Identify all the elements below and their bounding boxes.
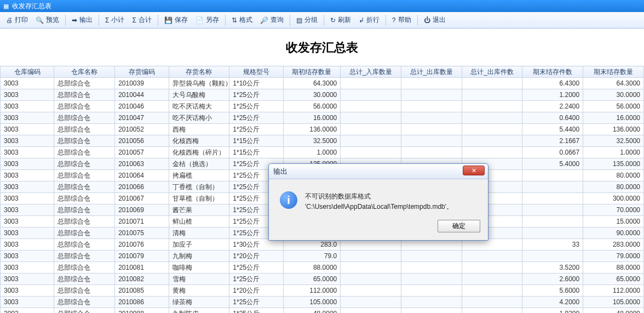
cell[interactable]: 总部综合仓	[54, 135, 115, 147]
cell[interactable]: 雪梅	[169, 274, 229, 285]
cell[interactable]: 1*25公斤	[229, 297, 283, 308]
toolbar-输出[interactable]: ➡输出	[68, 14, 96, 27]
toolbar-分组[interactable]: ▤分组	[292, 14, 321, 27]
table-row[interactable]: 3003总部综合仓2010081咖啡梅1*25公斤88.00003.520088…	[1, 262, 644, 274]
cell[interactable]: 5.6000	[522, 285, 583, 297]
toolbar-打印[interactable]: 🖨打印	[2, 14, 32, 27]
cell[interactable]: 总部综合仓	[54, 274, 115, 285]
cell[interactable]	[522, 170, 583, 181]
cell[interactable]: 15.0000	[583, 216, 644, 227]
cell[interactable]: 1*20公斤	[229, 285, 283, 297]
cell[interactable]: 64.3000	[283, 78, 341, 89]
cell[interactable]	[401, 124, 462, 135]
cell[interactable]	[341, 89, 401, 101]
cell[interactable]: 3003	[1, 251, 54, 262]
table-row[interactable]: 3003总部综合仓2010056化核西梅1*15公斤32.50002.16673…	[1, 135, 644, 147]
cell[interactable]: 总部综合仓	[54, 308, 115, 314]
toolbar-格式[interactable]: ⇅格式	[228, 14, 256, 27]
cell[interactable]	[401, 112, 462, 124]
cell[interactable]: 九制梅	[169, 251, 229, 262]
cell[interactable]: 2010052	[115, 124, 169, 135]
cell[interactable]	[462, 285, 522, 297]
cell[interactable]: 65.0000	[283, 274, 341, 285]
cell[interactable]: 3003	[1, 112, 54, 124]
cell[interactable]: 3003	[1, 89, 54, 101]
cell[interactable]: 32.5000	[583, 135, 644, 147]
cell[interactable]	[401, 78, 462, 89]
cell[interactable]: 48.0000	[583, 308, 644, 314]
cell[interactable]: 总部综合仓	[54, 78, 115, 89]
cell[interactable]: 3003	[1, 297, 54, 308]
cell[interactable]: 总部综合仓	[54, 297, 115, 308]
close-button[interactable]: ✕	[463, 166, 485, 175]
cell[interactable]	[341, 274, 401, 285]
cell[interactable]: 3003	[1, 181, 54, 193]
cell[interactable]: 2010081	[115, 262, 169, 274]
toolbar-退出[interactable]: ⏻退出	[420, 14, 450, 27]
cell[interactable]: 30.0000	[283, 89, 341, 101]
toolbar-小计[interactable]: Σ小计	[101, 14, 128, 27]
cell[interactable]: 1*15公斤	[229, 147, 283, 158]
cell[interactable]: 3003	[1, 135, 54, 147]
cell[interactable]	[341, 101, 401, 112]
cell[interactable]: 2010039	[115, 78, 169, 89]
cell[interactable]: 金桔（挑选）	[169, 158, 229, 170]
cell[interactable]: 56.0000	[283, 101, 341, 112]
cell[interactable]	[401, 297, 462, 308]
cell[interactable]: 2010046	[115, 101, 169, 112]
cell[interactable]	[462, 297, 522, 308]
cell[interactable]: 3003	[1, 216, 54, 227]
table-row[interactable]: 3003总部综合仓2010085黄梅1*20公斤112.00005.600011…	[1, 285, 644, 297]
cell[interactable]: 2010086	[115, 297, 169, 308]
cell[interactable]: 2010075	[115, 227, 169, 239]
cell[interactable]: 2010069	[115, 204, 169, 216]
cell[interactable]: 甘草榄（自制）	[169, 193, 229, 204]
cell[interactable]	[401, 262, 462, 274]
cell[interactable]: 3003	[1, 101, 54, 112]
cell[interactable]: 1*25公斤	[229, 101, 283, 112]
cell[interactable]: 2010063	[115, 158, 169, 170]
cell[interactable]	[341, 135, 401, 147]
cell[interactable]: 鲜山楂	[169, 216, 229, 227]
cell[interactable]: 总部综合仓	[54, 170, 115, 181]
cell[interactable]	[341, 147, 401, 158]
column-header[interactable]: 仓库名称	[54, 66, 115, 78]
cell[interactable]: 48.0000	[283, 308, 341, 314]
cell[interactable]	[341, 112, 401, 124]
cell[interactable]: 总部综合仓	[54, 193, 115, 204]
column-header[interactable]: 规格型号	[229, 66, 283, 78]
table-row[interactable]: 3003总部综合仓2010047吃不厌话梅小1*25公斤16.00000.640…	[1, 112, 644, 124]
cell[interactable]	[341, 308, 401, 314]
cell[interactable]	[341, 124, 401, 135]
cell[interactable]: 3.5200	[522, 262, 583, 274]
cell[interactable]: 88.0000	[583, 262, 644, 274]
cell[interactable]	[462, 112, 522, 124]
cell[interactable]: 88.0000	[283, 262, 341, 274]
cell[interactable]	[401, 285, 462, 297]
cell[interactable]: 105.0000	[583, 297, 644, 308]
cell[interactable]: 总部综合仓	[54, 101, 115, 112]
cell[interactable]	[341, 78, 401, 89]
cell[interactable]	[462, 262, 522, 274]
cell[interactable]: 1.0000	[583, 147, 644, 158]
cell[interactable]: 西梅	[169, 124, 229, 135]
toolbar-帮助[interactable]: ?帮助	[388, 14, 415, 27]
cell[interactable]: 3003	[1, 124, 54, 135]
cell[interactable]: 拷扁榄	[169, 170, 229, 181]
toolbar-折行[interactable]: ↲折行	[355, 14, 383, 27]
cell[interactable]: 2.2400	[522, 101, 583, 112]
table-row[interactable]: 3003总部综合仓2010057化核西梅（碎片）1*15公斤1.00000.06…	[1, 147, 644, 158]
cell[interactable]: 33	[522, 239, 583, 251]
toolbar-查询[interactable]: 🔎查询	[256, 14, 288, 27]
cell[interactable]	[462, 89, 522, 101]
cell[interactable]: 总部综合仓	[54, 204, 115, 216]
cell[interactable]: 2010064	[115, 170, 169, 181]
toolbar-另存[interactable]: 📄另存	[192, 14, 223, 27]
cell[interactable]: 79.0	[283, 251, 341, 262]
table-row[interactable]: 3003总部综合仓2010052西梅1*25公斤136.00005.440013…	[1, 124, 644, 135]
cell[interactable]: 2010047	[115, 112, 169, 124]
cell[interactable]: 总部综合仓	[54, 124, 115, 135]
column-header[interactable]: 存货编码	[115, 66, 169, 78]
cell[interactable]: 6.4300	[522, 78, 583, 89]
cell[interactable]	[462, 124, 522, 135]
